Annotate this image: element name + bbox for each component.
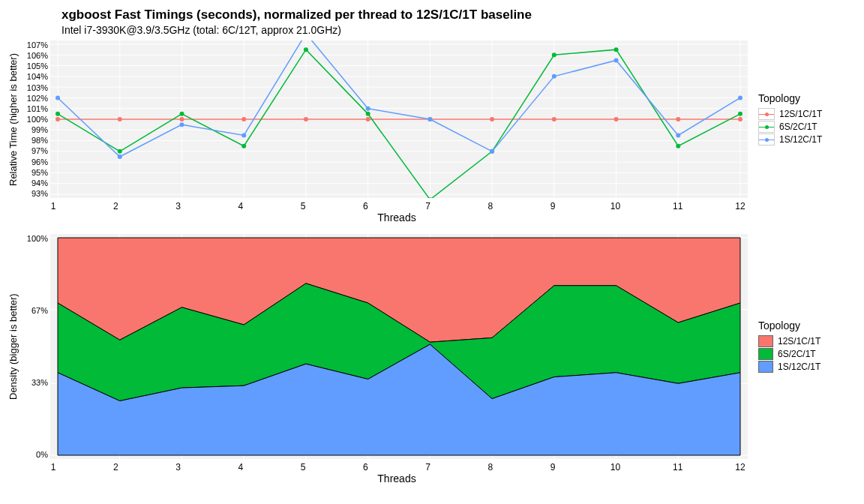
svg-point-61 xyxy=(676,133,680,137)
svg-point-36 xyxy=(614,117,619,122)
top-xaxis: 123456789101112 Threads xyxy=(8,201,856,224)
bottom-chart-row: Density (bigger is better) 100%67%33%0% … xyxy=(8,234,856,459)
bottom-area-chart-svg xyxy=(50,234,748,459)
svg-point-47 xyxy=(552,52,556,57)
svg-point-28 xyxy=(118,117,122,122)
svg-point-50 xyxy=(738,112,742,116)
chart-container: xgboost Fast Timings (seconds), normaliz… xyxy=(8,8,856,484)
legend-title: Topology xyxy=(758,92,822,104)
bottom-ylabel: Density (bigger is better) xyxy=(8,234,21,459)
bottom-xaxis: 123456789101112 Threads xyxy=(8,462,856,484)
svg-point-57 xyxy=(428,117,432,122)
svg-point-43 xyxy=(304,47,308,52)
svg-point-48 xyxy=(614,47,619,52)
svg-point-49 xyxy=(676,144,680,148)
top-legend: Topology 12S/1C/1T6S/2C/1T1S/12C/1T xyxy=(748,40,822,198)
svg-point-32 xyxy=(366,117,370,122)
top-plot-area xyxy=(50,40,748,198)
legend-item: 6S/2C/1T xyxy=(758,348,820,360)
top-chart-row: Relative Time (higher is better) 107%106… xyxy=(8,40,856,198)
svg-point-59 xyxy=(552,74,556,79)
svg-point-54 xyxy=(242,133,246,137)
legend-item: 12S/1C/1T xyxy=(758,108,822,120)
top-yticks: 107%106%105%104%103%102%101%100%99%98%97… xyxy=(21,40,50,198)
svg-point-60 xyxy=(614,58,619,62)
svg-point-27 xyxy=(56,117,60,122)
bottom-xticks: 123456789101112 xyxy=(48,462,746,472)
bottom-plot-area xyxy=(50,234,748,459)
svg-point-56 xyxy=(366,106,370,111)
chart-subtitle: Intel i7-3930K@3.9/3.5GHz (total: 6C/12T… xyxy=(62,24,856,36)
legend-swatch-line-icon xyxy=(758,134,775,146)
svg-point-62 xyxy=(738,95,742,100)
legend-swatch-line-icon xyxy=(758,121,775,133)
svg-point-38 xyxy=(738,117,742,122)
legend-swatch-line-icon xyxy=(758,108,775,120)
svg-point-44 xyxy=(366,112,370,116)
svg-point-53 xyxy=(179,122,184,127)
legend-item: 6S/2C/1T xyxy=(758,121,822,133)
svg-point-40 xyxy=(118,149,122,154)
legend-item: 1S/12C/1T xyxy=(758,134,822,146)
svg-point-31 xyxy=(304,117,308,122)
svg-point-37 xyxy=(676,117,680,122)
svg-point-29 xyxy=(179,117,184,122)
legend-item: 12S/1C/1T xyxy=(758,335,820,347)
legend-item: 1S/12C/1T xyxy=(758,361,820,373)
svg-point-34 xyxy=(490,117,494,122)
top-ylabel: Relative Time (higher is better) xyxy=(8,40,21,198)
legend-swatch-box-icon xyxy=(758,335,773,347)
bottom-legend: Topology 12S/1C/1T6S/2C/1T1S/12C/1T xyxy=(748,234,820,459)
svg-point-30 xyxy=(242,117,246,122)
chart-title: xgboost Fast Timings (seconds), normaliz… xyxy=(62,8,856,22)
svg-point-35 xyxy=(552,117,556,122)
top-xticks: 123456789101112 xyxy=(48,201,746,212)
svg-point-51 xyxy=(56,95,60,100)
bottom-yticks: 100%67%33%0% xyxy=(21,234,50,459)
svg-point-41 xyxy=(179,112,184,116)
svg-point-42 xyxy=(242,144,246,148)
bottom-xlabel: Threads xyxy=(48,472,746,484)
legend-swatch-box-icon xyxy=(758,361,773,373)
legend-title-2: Topology xyxy=(758,320,820,332)
legend-swatch-box-icon xyxy=(758,348,773,360)
svg-point-39 xyxy=(56,112,60,116)
svg-point-52 xyxy=(118,154,122,159)
svg-point-58 xyxy=(490,149,494,154)
top-line-chart-svg xyxy=(50,40,748,198)
top-xlabel: Threads xyxy=(48,212,746,224)
